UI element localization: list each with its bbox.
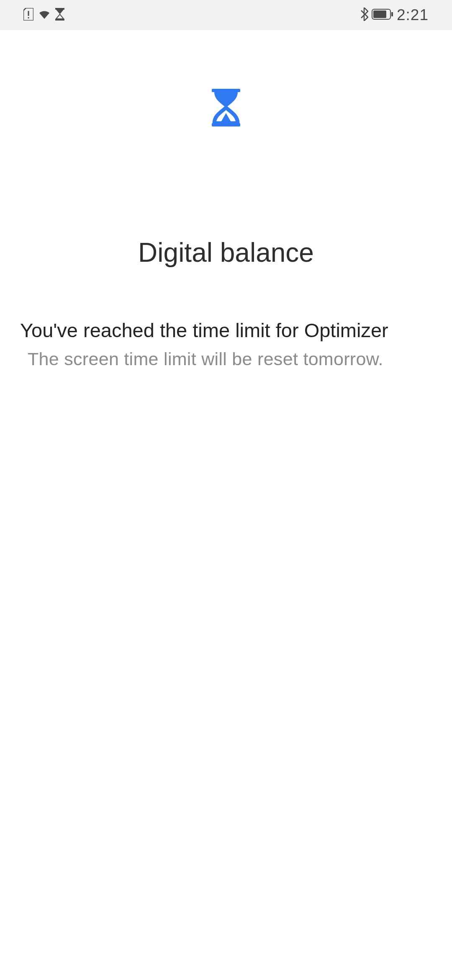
reset-notice: The screen time limit will be reset tomo… (20, 349, 432, 369)
svg-rect-3 (55, 19, 64, 21)
bluetooth-icon (360, 8, 368, 23)
status-bar: 2:21 (0, 0, 452, 30)
wifi-icon (38, 9, 51, 21)
hourglass-status-icon (55, 8, 64, 22)
svg-rect-2 (55, 8, 64, 10)
page-title: Digital balance (20, 237, 432, 268)
limit-message: You've reached the time limit for Optimi… (20, 317, 432, 343)
hourglass-icon (212, 89, 240, 128)
sim-alert-icon (23, 8, 33, 22)
svg-rect-1 (28, 17, 29, 18)
svg-rect-0 (28, 11, 29, 16)
svg-rect-7 (212, 89, 240, 92)
hourglass-hero (20, 89, 432, 128)
main-content: Digital balance You've reached the time … (0, 30, 452, 369)
svg-rect-6 (391, 12, 393, 16)
status-right-icons: 2:21 (360, 6, 429, 24)
battery-icon (372, 9, 393, 21)
svg-rect-5 (373, 10, 386, 18)
svg-rect-8 (212, 123, 240, 126)
status-left-icons (23, 8, 64, 22)
status-time: 2:21 (397, 6, 429, 24)
